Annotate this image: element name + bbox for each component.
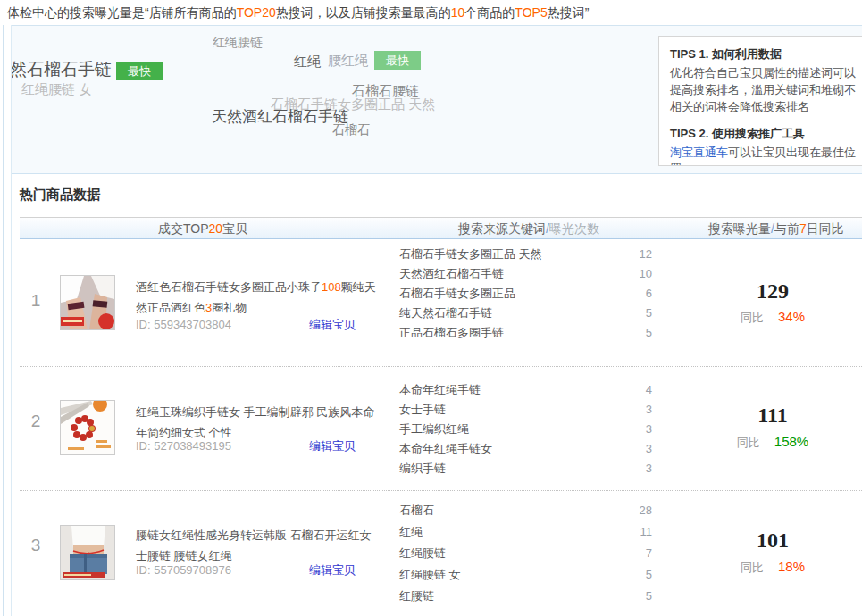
yoy-line: 同比158% — [706, 434, 840, 451]
keyword-count: 3 — [646, 400, 652, 420]
keyword-count: 3 — [646, 459, 652, 479]
page: 体检中心的搜索曝光量是“店铺所有商品的TOP20热搜词，以及店铺搜索量最高的10… — [0, 0, 862, 616]
keyword-text: 编织手链 — [399, 459, 446, 479]
title-text: 红绳玉珠编织手链女 手工编制辟邪 民族风本命年简约细女式 个性 — [136, 405, 374, 439]
tips-panel: TIPS 1. 如何利用数据 优化符合自己宝贝属性的描述词可以提高搜索排名，滥用… — [658, 36, 862, 166]
edit-item-link[interactable]: 编辑宝贝 — [309, 317, 356, 333]
title-text: 圈礼物 — [212, 301, 247, 314]
column-header-keywords: 搜索来源关键词/曝光次数 — [458, 218, 599, 239]
tips2-body: 淘宝直通车可以让宝贝出现在最佳位置 — [670, 144, 859, 166]
waist-chain-jeans-image — [61, 526, 114, 579]
left-border-line-outer — [3, 25, 4, 616]
description-text: 热搜词，以及店铺搜索量最高的 — [276, 5, 451, 20]
cloud-keyword: 石榴石 — [332, 122, 370, 138]
header-num: 20 — [208, 221, 222, 236]
yoy-label: 同比 — [737, 436, 760, 449]
tips2-title: TIPS 2. 使用搜索推广工具 — [670, 126, 859, 142]
row-rank: 2 — [23, 412, 48, 431]
keyword-text: 女士手链 — [399, 400, 446, 420]
description-10: 10 — [451, 5, 465, 20]
exposure-total: 111 — [706, 404, 840, 428]
keyword-list: 石榴石手链女多圈正品 天然12 天然酒红石榴石手链10 石榴石手链女多圈正品6 … — [399, 245, 652, 343]
exposure-total: 101 — [706, 529, 840, 553]
keyword-row: 本命年红绳手链4 — [399, 380, 652, 400]
description-top5: TOP5 — [515, 5, 547, 20]
product-image[interactable] — [60, 400, 115, 455]
keyword-count: 10 — [640, 264, 652, 284]
keyword-count: 12 — [640, 245, 652, 264]
keyword-text: 红绳腰链 — [399, 543, 446, 564]
product-title: 腰链女红绳性感光身转运韩版 石榴石开运红女士腰链 腰链女红绳 — [136, 525, 379, 566]
title-text: 酒红色石榴石手链女多圈正品小珠子 — [136, 280, 322, 294]
keyword-count: 7 — [646, 543, 652, 564]
product-id-line: ID: 559343703804 编辑宝贝 — [136, 317, 356, 333]
fastest-badge: 最快 — [374, 51, 421, 70]
header-num: 7 — [799, 221, 807, 236]
cloud-keyword: 腰红绳 — [328, 53, 368, 70]
yoy-percent: 34% — [778, 309, 805, 324]
keyword-count: 3 — [646, 420, 652, 439]
edit-item-link[interactable]: 编辑宝贝 — [309, 438, 356, 454]
description-text: 热搜词” — [548, 5, 590, 20]
yoy-line: 同比18% — [706, 559, 840, 576]
product-id: ID: 559343703804 — [136, 318, 231, 331]
header-text: 与前 — [774, 221, 799, 236]
product-id: ID: 527038493195 — [136, 439, 231, 453]
keyword-row: 手工编织红绳3 — [399, 420, 652, 439]
keyword-row: 编织手链3 — [399, 459, 652, 479]
row-rank: 1 — [23, 291, 48, 311]
keyword-text: 红绳 — [399, 521, 423, 543]
cloud-keyword: 天然酒红石榴石手链 — [212, 106, 348, 127]
tips1-body: 优化符合自己宝贝属性的描述词可以提高搜索排名，滥用关键词和堆砌不相关的词将会降低… — [670, 64, 859, 115]
cloud-keyword: 红绳腰链 — [213, 35, 263, 51]
title-num: 108 — [322, 280, 341, 294]
section-title: 热门商品数据 — [20, 187, 100, 204]
edit-item-link[interactable]: 编辑宝贝 — [309, 562, 356, 579]
product-title: 红绳玉珠编织手链女 手工编制辟邪 民族风本命年简约细女式 个性 — [136, 402, 379, 443]
header-text: 搜索曝光量 — [708, 221, 771, 236]
exposure-number: 101 — [757, 529, 789, 552]
zhitongche-link[interactable]: 淘宝直通车 — [670, 146, 728, 159]
header-text: 成交TOP — [158, 221, 209, 236]
description-text: 个商品的 — [464, 5, 515, 20]
keyword-count: 6 — [646, 284, 652, 304]
keyword-count: 3 — [646, 439, 652, 459]
column-header-top20-items: 成交TOP20宝贝 — [20, 218, 386, 239]
page-description: 体检中心的搜索曝光量是“店铺所有商品的TOP20热搜词，以及店铺搜索量最高的10… — [7, 5, 589, 21]
fastest-badge: 最快 — [116, 62, 163, 80]
exposure-number: 129 — [757, 279, 789, 303]
exposure-total: 129 — [706, 279, 840, 304]
keyword-count: 11 — [640, 521, 653, 543]
tips1-title: TIPS 1. 如何利用数据 — [670, 46, 859, 62]
keyword-text: 本命年红绳手链 — [399, 380, 481, 400]
keyword-row: 纯天然石榴石手链5 — [399, 304, 652, 323]
keyword-list: 本命年红绳手链4 女士手链3 手工编织红绳3 本命年红绳手链女3 编织手链3 — [399, 380, 652, 479]
description-text: 体检中心的搜索曝光量是“店铺所有商品的 — [7, 5, 237, 20]
header-text: 宝贝 — [222, 221, 247, 236]
yoy-label: 同比 — [741, 561, 764, 574]
row-divider — [20, 490, 862, 491]
keyword-row: 本命年红绳手链女3 — [399, 439, 652, 459]
keyword-text: 石榴石手链女多圈正品 天然 — [399, 245, 542, 264]
cloud-keyword: 天然石榴石手链 — [12, 58, 112, 81]
row-divider — [20, 366, 862, 367]
keyword-row: 红绳11 — [399, 521, 652, 543]
bracelet-wrists-image — [61, 276, 114, 329]
header-text: 搜索来源关键词 — [458, 221, 546, 236]
keyword-text: 本命年红绳手链女 — [399, 439, 492, 459]
keyword-text: 手工编织红绳 — [399, 420, 469, 439]
keyword-count: 5 — [646, 304, 652, 323]
product-image[interactable] — [60, 275, 115, 330]
keyword-row: 正品石榴石多圈手链5 — [399, 323, 652, 343]
yoy-percent: 18% — [778, 559, 805, 574]
product-image[interactable] — [60, 525, 115, 580]
description-top20: TOP20 — [237, 5, 276, 20]
keyword-list: 石榴石28 红绳11 红绳腰链7 红绳腰链 女5 红腰链5 — [399, 500, 652, 607]
keyword-count: 5 — [646, 586, 652, 607]
table-header: 成交TOP20宝贝 搜索来源关键词/曝光次数 搜索曝光量/与前7日同比 — [20, 217, 862, 239]
header-text: 日同比 — [807, 221, 844, 236]
keyword-text: 正品石榴石多圈手链 — [399, 323, 504, 343]
keyword-count: 5 — [646, 564, 652, 586]
yoy-line: 同比34% — [706, 309, 840, 326]
header-text-dim: 曝光次数 — [549, 221, 599, 236]
